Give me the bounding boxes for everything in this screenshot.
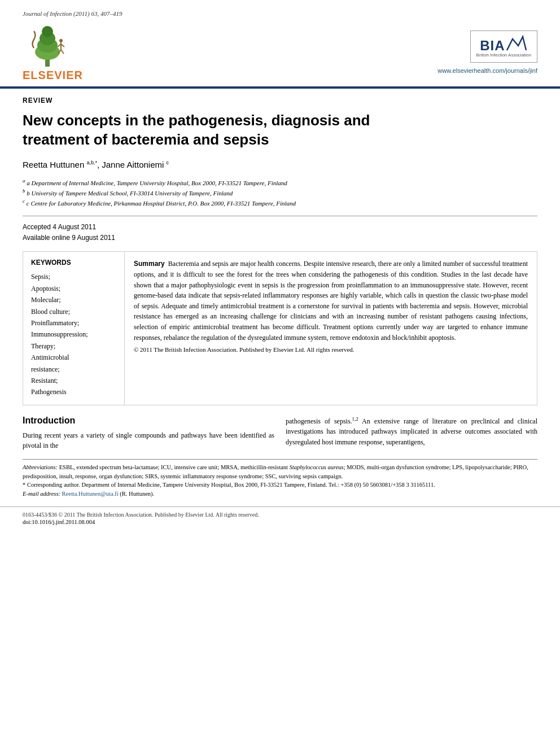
summary-text: Summary Bacteremia and sepsis are major … — [134, 259, 528, 343]
issn-line: 0163-4453/$36 © 2011 The British Infecti… — [23, 512, 537, 518]
keyword-molecular: Molecular; — [31, 294, 116, 305]
introduction-section: Introduction During recent years a varie… — [23, 416, 537, 451]
keyword-proinflammatory: Proinflammatory; — [31, 317, 116, 329]
keyword-antimicrobial: Antimicrobial — [31, 352, 116, 363]
intro-right-column: pathogenesis of sepsis.1,2 An extensive … — [286, 416, 537, 451]
abbreviations-text: Abbreviations: ESBL, extended spectrum b… — [23, 463, 537, 481]
keywords-summary-box: KEYWORDS Sepsis; Apoptosis; Molecular; B… — [23, 251, 537, 405]
footer-section — [0, 459, 560, 460]
keyword-blood-culture: Blood culture; — [31, 306, 116, 317]
intro-left-text: During recent years a variety of single … — [23, 430, 274, 451]
elsevier-logo: ELSEVIER — [23, 23, 83, 82]
available-date: Available online 9 August 2011 — [23, 233, 537, 243]
header: Journal of Infection (2011) 63, 407–419 — [0, 0, 560, 17]
logos-area: ELSEVIER BIA British Infection Associati… — [0, 17, 560, 86]
corresponding-author-text: * Corresponding author. Department of In… — [23, 480, 537, 490]
keyword-therapy: Therapy; — [31, 340, 116, 352]
affiliation-c: c c Centre for Laboratory Medicine, Pirk… — [23, 198, 537, 208]
dates-section: Accepted 4 August 2011 Available online … — [23, 222, 537, 243]
elsevier-tree-icon — [23, 23, 73, 68]
summary-label: Summary — [134, 260, 165, 268]
bia-box: BIA British Infection Association — [470, 30, 537, 62]
keywords-column: KEYWORDS Sepsis; Apoptosis; Molecular; B… — [23, 252, 125, 404]
journal-title: Journal of Infection (2011) 63, 407–419 — [23, 10, 122, 17]
bia-logo-area: BIA British Infection Association www.el… — [438, 30, 537, 73]
authors: Reetta Huttunen a,b,*, Janne Aittoniemi … — [23, 160, 537, 169]
keyword-resistance: resistance; — [31, 364, 116, 375]
keyword-sepsis: Sepsis; — [31, 271, 116, 282]
elsevier-text: ELSEVIER — [23, 69, 83, 82]
intro-left-column: Introduction During recent years a varie… — [23, 416, 274, 451]
keywords-title: KEYWORDS — [31, 259, 116, 267]
keyword-apoptosis: Apoptosis; — [31, 283, 116, 294]
affiliation-b: b b University of Tampere Medical School… — [23, 187, 537, 198]
keyword-resistant: Resistant; — [31, 375, 116, 386]
affiliations: a a Department of Internal Medicine, Tam… — [23, 177, 537, 208]
keyword-immunosuppression: Immunosuppression; — [31, 329, 116, 340]
email-suffix: (R. Huttunen). — [120, 491, 154, 497]
affiliation-a: a a Department of Internal Medicine, Tam… — [23, 177, 537, 187]
summary-body: Bacteremia and sepsis are major health c… — [134, 260, 528, 341]
svg-line-10 — [61, 50, 64, 54]
copyright-line: © 2011 The British Infection Association… — [134, 346, 528, 353]
email-link[interactable]: Reetta.Huttunen@uta.fi — [62, 491, 119, 497]
author-names: Reetta Huttunen a,b,*, Janne Aittoniemi … — [23, 160, 169, 169]
main-content: REVIEW New concepts in the pathogenesis,… — [0, 89, 560, 451]
accepted-date: Accepted 4 August 2011 — [23, 222, 537, 233]
abbreviations-label: Abbreviations: — [23, 464, 58, 470]
svg-point-4 — [42, 26, 53, 37]
introduction-heading: Introduction — [23, 416, 274, 426]
footer-divider — [23, 459, 537, 460]
email-label: E-mail address: — [23, 491, 60, 497]
intro-right-text: pathogenesis of sepsis.1,2 An extensive … — [286, 416, 537, 448]
mrsa-italic: Staphylococcus aureus — [290, 464, 344, 470]
page: Journal of Infection (2011) 63, 407–419 — [0, 0, 560, 747]
affiliation-divider — [23, 216, 537, 216]
summary-column: Summary Bacteremia and sepsis are major … — [125, 252, 537, 404]
review-label: REVIEW — [23, 97, 537, 104]
website-url: www.elsevierhealth.com/journals/jinf — [438, 65, 537, 74]
bia-mountain-icon — [506, 34, 527, 53]
keyword-pathogenesis: Pathogenesis — [31, 386, 116, 397]
svg-point-5 — [59, 39, 63, 42]
footer-bottom: 0163-4453/$36 © 2011 The British Infecti… — [0, 506, 560, 532]
keywords-list: Sepsis; Apoptosis; Molecular; Blood cult… — [31, 271, 116, 397]
footnote-section: Abbreviations: ESBL, extended spectrum b… — [0, 463, 560, 504]
article-title: New concepts in the pathogenesis, diagno… — [23, 111, 373, 150]
email-line: E-mail address: Reetta.Huttunen@uta.fi (… — [23, 490, 537, 499]
doi-line: doi:10.1016/j.jinf.2011.08.004 — [23, 518, 537, 527]
bia-subtitle: British Infection Association — [476, 53, 531, 58]
bia-letters: BIA — [480, 39, 505, 53]
